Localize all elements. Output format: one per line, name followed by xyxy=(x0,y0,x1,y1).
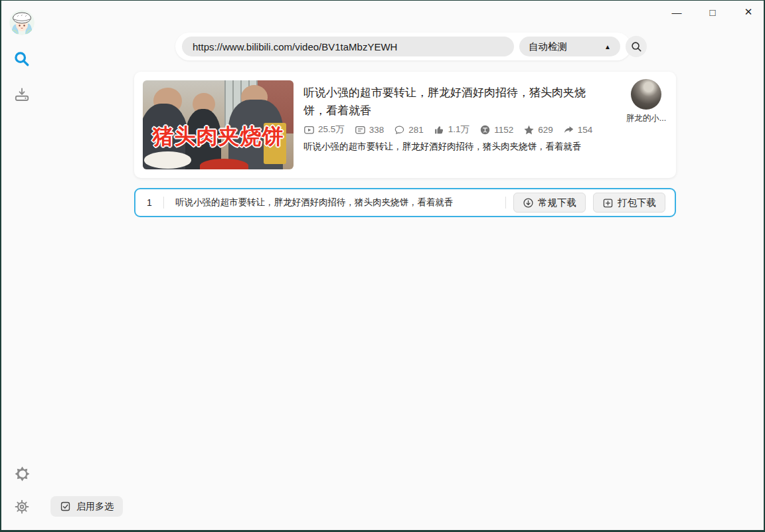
danmaku-icon xyxy=(355,124,366,135)
sidebar-item-theme-toggle[interactable] xyxy=(13,464,31,483)
uploader-block: 胖龙的小... xyxy=(623,79,669,124)
download-tray-icon xyxy=(13,86,31,103)
thumb-bowl-decor xyxy=(200,159,248,169)
uploader-avatar[interactable] xyxy=(631,79,661,110)
app-window: — □ ✕ xyxy=(0,0,765,532)
stat-like-count: 1.1万 xyxy=(434,124,469,135)
stat-value: 281 xyxy=(408,125,424,135)
checkbox-checked-icon xyxy=(60,501,71,512)
enable-multi-select-button[interactable]: 启用多选 xyxy=(50,496,123,517)
close-button[interactable]: ✕ xyxy=(738,3,758,21)
sidebar-item-search[interactable] xyxy=(13,50,31,68)
download-circle-icon xyxy=(523,197,534,209)
divider xyxy=(505,197,506,209)
regular-download-button[interactable]: 常规下载 xyxy=(513,193,586,213)
stat-comment-count: 281 xyxy=(394,124,424,135)
sidebar-item-downloads[interactable] xyxy=(13,85,31,104)
search-icon xyxy=(13,50,31,68)
divider xyxy=(163,197,164,209)
favorite-star-icon xyxy=(523,124,535,135)
site-detect-label: 自动检测 xyxy=(529,41,567,53)
coin-icon xyxy=(479,124,491,135)
maximize-button[interactable]: □ xyxy=(703,3,722,21)
stat-share-count: 154 xyxy=(563,124,593,135)
video-stats-row: 25.5万 338 281 1.1万 xyxy=(303,124,592,135)
comment-icon xyxy=(394,124,405,135)
stat-favorite-count: 629 xyxy=(523,124,553,135)
row-title: 听说小强的超市要转让，胖龙好酒好肉招待，猪头肉夹烧饼，看着就香 xyxy=(175,197,454,209)
stat-value: 1.1万 xyxy=(448,124,469,135)
stat-danmaku-count: 338 xyxy=(355,124,384,135)
enable-multi-select-label: 启用多选 xyxy=(76,501,114,513)
video-title: 听说小强的超市要转让，胖龙好酒好肉招待，猪头肉夹烧饼，看着就香 xyxy=(303,84,606,120)
stat-coin-count: 1152 xyxy=(479,124,513,135)
thumb-plate-decor xyxy=(144,151,191,168)
sidebar-item-settings[interactable] xyxy=(13,497,31,516)
sidebar xyxy=(1,1,44,530)
download-list-row[interactable]: 1 听说小强的超市要转让，胖龙好酒好肉招待，猪头肉夹烧饼，看着就香 常规下载 打… xyxy=(134,188,676,217)
app-logo-avatar[interactable] xyxy=(9,10,35,35)
anime-avatar-icon xyxy=(9,10,35,35)
video-info-card: 猪头肉夹烧饼 听说小强的超市要转让，胖龙好酒好肉招待，猪头肉夹烧饼，看着就香 2… xyxy=(134,72,676,178)
gear-icon xyxy=(14,499,30,515)
video-thumbnail[interactable]: 猪头肉夹烧饼 xyxy=(143,80,294,169)
search-button[interactable] xyxy=(626,36,647,57)
pack-download-button[interactable]: 打包下载 xyxy=(593,193,665,213)
pack-download-label: 打包下载 xyxy=(618,197,656,209)
stat-play-count: 25.5万 xyxy=(303,124,345,135)
like-icon xyxy=(434,124,445,135)
play-count-icon xyxy=(303,124,315,135)
uploader-name: 胖龙的小... xyxy=(623,113,669,124)
minimize-button[interactable]: — xyxy=(667,3,687,21)
url-search-bar: 自动检测 ▲ xyxy=(175,33,631,60)
share-icon xyxy=(563,124,574,135)
row-index: 1 xyxy=(135,197,163,208)
stat-value: 629 xyxy=(538,125,553,135)
window-controls: — □ ✕ xyxy=(667,3,758,21)
stat-value: 338 xyxy=(369,125,384,135)
caret-up-icon: ▲ xyxy=(604,43,611,50)
regular-download-label: 常规下载 xyxy=(538,197,576,209)
site-detect-dropdown[interactable]: 自动检测 ▲ xyxy=(519,37,620,56)
url-input[interactable] xyxy=(182,37,514,56)
thumbnail-caption: 猪头肉夹烧饼 xyxy=(143,122,294,151)
stat-value: 25.5万 xyxy=(318,124,345,135)
video-description: 听说小强的超市要转让，胖龙好酒好肉招待，猪头肉夹烧饼，看着就香 xyxy=(303,141,616,153)
box-plus-icon xyxy=(602,197,614,209)
search-icon xyxy=(630,41,643,53)
theme-sun-moon-icon xyxy=(14,466,31,482)
stat-value: 1152 xyxy=(494,125,513,135)
stat-value: 154 xyxy=(578,125,593,135)
